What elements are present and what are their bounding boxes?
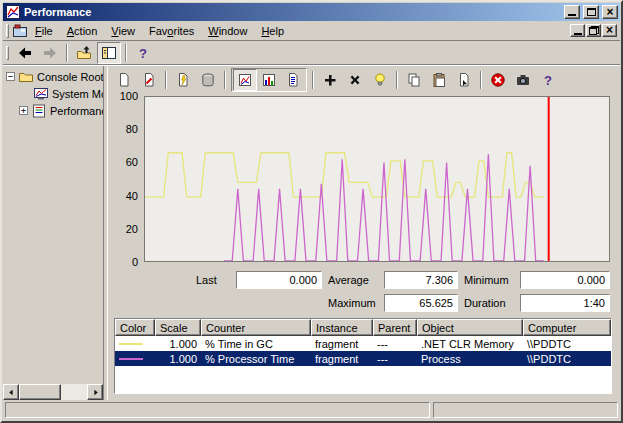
scroll-left-button[interactable] [3,384,19,400]
scroll-right-button[interactable] [87,384,103,400]
menu-view[interactable]: View [104,23,142,39]
column-header-parent[interactable]: Parent [373,319,417,336]
y-tick-label: 100 [120,90,138,102]
restore-icon [589,26,599,35]
clear-display-button[interactable] [137,69,161,91]
cell-computer: \\PDDTC [523,351,611,366]
y-tick-label: 40 [126,190,138,202]
svg-text:?: ? [139,45,147,60]
forward-button[interactable] [38,42,62,64]
toolbar-grip [6,24,9,38]
cell-scale: 1.000 [155,351,201,366]
scroll-track[interactable] [19,384,87,400]
column-header-counter[interactable]: Counter [201,319,311,336]
chart-svg [145,97,609,261]
highlight-button[interactable] [368,69,392,91]
view-report-icon [285,72,301,88]
minimize-button[interactable] [564,5,580,19]
menu-help[interactable]: Help [254,23,291,39]
column-header-instance[interactable]: Instance [311,319,373,336]
arrow-left-icon [7,388,16,397]
column-header-color[interactable]: Color [115,319,155,336]
cell-computer: \\PDDTC [523,336,611,351]
column-header-computer[interactable]: Computer [523,319,611,336]
scroll-thumb[interactable] [19,384,61,400]
show-hide-tree-icon [101,45,117,61]
duration-label: Duration [464,297,514,309]
statusbar [3,400,620,420]
counter-table: ColorScaleCounterInstanceParentObjectCom… [114,318,612,394]
y-tick-label: 60 [126,156,138,168]
cell-counter: % Time in GC [201,336,311,351]
properties-button[interactable] [452,69,476,91]
up-level-button[interactable] [72,42,96,64]
perfmon-toolbar: ? [108,66,620,94]
view-graph-button[interactable] [233,69,257,91]
window-title: Performance [24,3,561,21]
cell-counter: % Processor Time [201,351,311,366]
add-counter-button[interactable] [318,69,342,91]
column-header-scale[interactable]: Scale [155,319,201,336]
update-data-icon [515,72,531,88]
context-help-icon: ? [540,72,556,88]
close-button[interactable]: × [602,5,618,19]
view-log-data-icon [200,72,216,88]
update-data-button[interactable] [511,69,535,91]
menu-favorites[interactable]: Favorites [142,23,201,39]
child-minimize-button[interactable] [570,24,585,37]
tree-item-console-root[interactable]: −Console Root [3,68,103,85]
back-button[interactable] [13,42,37,64]
paste-counter-list-icon [431,72,447,88]
svg-text:?: ? [544,73,552,88]
paste-counter-list-button[interactable] [427,69,451,91]
stats-panel: Last 0.000 Average 7.306 Minimum 0.000 M… [196,271,610,312]
highlight-icon [372,72,388,88]
view-histogram-button[interactable] [257,69,281,91]
copy-properties-icon [406,72,422,88]
freeze-display-button[interactable] [486,69,510,91]
new-counter-set-button[interactable] [112,69,136,91]
show-hide-tree-button[interactable] [97,42,121,64]
menu-action[interactable]: Action [60,23,105,39]
child-restore-button[interactable] [586,24,601,37]
tree-horizontal-scrollbar [3,384,103,400]
maximize-icon [587,8,596,16]
y-tick-label: 80 [126,123,138,135]
menubar: FileActionViewFavoritesWindowHelp × [3,21,620,41]
tree-item-label: Console Root [37,71,103,83]
toolbar-separator [480,71,482,89]
delete-counter-button[interactable] [343,69,367,91]
performance-window: Performance × FileActionViewFavoritesWin… [0,0,623,423]
counter-row-processor-time[interactable]: 1.000% Processor Timefragment---Process\… [115,351,611,366]
tree-item-system-mo[interactable]: System Mo [3,85,103,102]
maximize-button[interactable] [583,5,599,19]
context-help-button[interactable]: ? [536,69,560,91]
cell-instance: fragment [311,351,373,366]
chart-area: 100806040200 [108,94,620,264]
freeze-display-icon [490,72,506,88]
menu-file[interactable]: File [28,23,60,39]
tree-items: −Console RootSystem Mo+Performanc [3,66,103,384]
view-log-data-button[interactable] [196,69,220,91]
counter-row-time-in-gc[interactable]: 1.000% Time in GCfragment---.NET CLR Mem… [115,336,611,351]
tree-expander-minus[interactable]: − [6,72,15,81]
toolbar-separator [396,71,398,89]
cell-color [115,336,155,351]
tree-item-performanc[interactable]: +Performanc [3,102,103,119]
tree-item-label: System Mo [52,88,103,100]
copy-properties-button[interactable] [402,69,426,91]
child-close-button[interactable]: × [602,24,617,37]
minimize-icon [568,14,576,16]
view-current-activity-button[interactable] [171,69,195,91]
tree-expander-plus[interactable]: + [19,106,28,115]
up-level-icon [76,45,92,61]
help-button[interactable]: ? [131,42,155,64]
column-header-object[interactable]: Object [417,319,523,336]
counter-table-body: 1.000% Time in GCfragment---.NET CLR Mem… [115,336,611,393]
status-panel-left [5,402,430,418]
folder-icon [18,69,34,85]
menu-window[interactable]: Window [201,23,254,39]
new-counter-set-icon [116,72,132,88]
nav-toolbar: ? [3,41,620,65]
view-report-button[interactable] [281,69,305,91]
